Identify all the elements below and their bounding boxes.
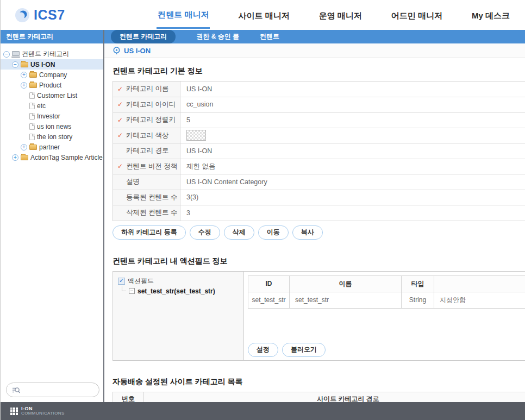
nav-admin-manager[interactable]: 어드민 매니저 (390, 2, 443, 28)
field-label: 삭제된 컨텐트 수 (126, 208, 177, 217)
folder-icon (29, 145, 37, 150)
auto-dispatch-table: 번호 사이트 카테고리 경로 (112, 392, 525, 403)
cell-type: String (402, 292, 434, 308)
required-check-icon (117, 85, 126, 93)
document-icon (29, 92, 35, 99)
field-label: 카테고리 아이디 (126, 100, 176, 109)
table-row: 카테고리 색상 (113, 128, 525, 143)
action-field-tree: 액션필드 set_test_str(set_test_str) (113, 272, 244, 360)
checked-checkbox-icon[interactable] (118, 278, 125, 285)
category-color-swatch (186, 130, 206, 141)
tab-permission-approval-rules[interactable]: 권한 & 승인 룰 (196, 32, 239, 41)
tree-item-label: us ion news (37, 123, 71, 130)
nav-operation-manager[interactable]: 운영 매니저 (318, 2, 363, 28)
action-field-root[interactable]: 액션필드 (118, 277, 243, 286)
expand-icon[interactable] (21, 72, 27, 78)
collapse-icon[interactable] (3, 51, 10, 58)
table-row: set_test_str set_test_str String 지정안함 (248, 292, 525, 308)
column-header-site-category-path: 사이트 카테고리 경로 (144, 392, 525, 402)
sidebar-title: 컨텐트 카테고리 (1, 30, 103, 43)
footer-brand: I-ON COMMUNICATIONS (21, 406, 65, 416)
tree-item-actiontag-sample-article[interactable]: ActionTag Sample Article (1, 152, 103, 162)
tree-item-the-ion-story[interactable]: the ion story (1, 131, 103, 142)
field-value: US I-ON (180, 143, 525, 159)
copy-button[interactable]: 복사 (292, 225, 323, 240)
table-row: 카테고리 경로 US I-ON (113, 143, 525, 159)
tree-item-customer-list[interactable]: Customer List (1, 90, 103, 101)
tree-elbow-connector (122, 286, 126, 291)
table-header-row: 번호 사이트 카테고리 경로 (113, 392, 525, 402)
tree-item-product[interactable]: Product (1, 80, 103, 90)
main-panel: 컨텐트 카테고리 권한 & 승인 룰 컨텐트 US I-ON 컨텐트 카테고리 … (104, 30, 525, 402)
field-label: 카테고리 이름 (126, 84, 168, 93)
tree-item-root[interactable]: 컨텐트 카테고리 (1, 49, 103, 59)
add-subcategory-button[interactable]: 하위 카테고리 등록 (112, 225, 186, 240)
column-header-name: 이름 (290, 275, 402, 292)
document-icon (29, 113, 35, 120)
column-header-type: 타입 (402, 275, 434, 292)
folder-icon (21, 62, 28, 67)
cell-extra: 지정안함 (434, 292, 525, 308)
action-field-child-label: set_test_str(set_test_str) (138, 287, 215, 295)
tree-search-box[interactable] (6, 383, 99, 397)
app-logo[interactable]: ICS7 (15, 7, 65, 23)
tree-item-label: Product (39, 82, 61, 89)
configure-button[interactable]: 설정 (248, 343, 278, 357)
field-label: 컨텐트 버전 정책 (126, 162, 177, 171)
top-header: ICS7 컨텐트 매니저 사이트 매니저 운영 매니저 어드민 매니저 My 데… (1, 0, 525, 30)
expand-icon[interactable] (12, 154, 18, 161)
table-header-row: ID 이름 타입 (248, 275, 525, 292)
tree-search-input[interactable] (24, 386, 93, 394)
move-button[interactable]: 이동 (258, 225, 289, 240)
table-row: 카테고리 이름 US I-ON (113, 82, 525, 97)
basic-info-table: 카테고리 이름 US I-ON 카테고리 아이디 cc_usion 카테고리 정… (112, 81, 525, 221)
field-label: 등록된 컨텐트 수 (126, 193, 177, 202)
footer: I-ON COMMUNICATIONS (1, 402, 525, 420)
load-button[interactable]: 불러오기 (282, 343, 326, 357)
search-filter-icon (12, 386, 21, 394)
delete-button[interactable]: 삭제 (224, 225, 254, 240)
tree-item-us-ion-news[interactable]: us ion news (1, 121, 103, 131)
location-pin-icon (112, 47, 121, 55)
required-check-icon (117, 131, 126, 139)
document-icon (29, 134, 35, 140)
required-check-icon (117, 101, 126, 108)
tree-item-etc[interactable]: etc (1, 101, 103, 111)
auto-dispatch-title: 자동배송 설정된 사이트 카테고리 목록 (112, 377, 525, 387)
tree-item-label: ActionTag Sample Article (30, 154, 103, 161)
folder-icon (29, 72, 37, 78)
basic-info-title: 컨텐트 카테고리 기본 정보 (112, 66, 525, 76)
tab-content-category[interactable]: 컨텐트 카테고리 (111, 30, 176, 43)
collapse-icon[interactable] (12, 61, 18, 68)
expand-icon[interactable] (21, 144, 27, 151)
nav-site-manager[interactable]: 사이트 매니저 (237, 2, 290, 28)
action-field-child[interactable]: set_test_str(set_test_str) (122, 286, 243, 296)
tree-item-label: the ion story (37, 133, 72, 141)
collapse-box-icon[interactable] (129, 288, 135, 294)
column-header-id: ID (248, 275, 290, 292)
document-icon (29, 103, 35, 109)
breadcrumb: US I-ON (104, 43, 525, 58)
tree-item-company[interactable]: Company (1, 70, 103, 80)
tree-item-partner[interactable]: partner (1, 142, 103, 152)
tree-item-label: US I-ON (30, 61, 55, 68)
tree-item-investor[interactable]: Investor (1, 111, 103, 121)
nav-my-desk[interactable]: My 데스크 (471, 2, 511, 28)
field-value: cc_usion (180, 97, 525, 112)
action-field-actions: 설정 불러오기 (248, 343, 326, 357)
cell-name: set_test_str (290, 292, 402, 308)
top-nav: 컨텐트 매니저 사이트 매니저 운영 매니저 어드민 매니저 My 데스크 (157, 1, 517, 29)
tree-item-label: 컨텐트 카테고리 (22, 49, 69, 59)
table-row: 컨텐트 버전 정책 제한 없음 (113, 159, 525, 174)
expand-icon[interactable] (21, 82, 27, 89)
table-row: 설명 US I-ON Content Category (113, 174, 525, 190)
field-value: US I-ON Content Category (180, 174, 525, 190)
nav-content-manager[interactable]: 컨텐트 매니저 (157, 1, 210, 29)
tree-item-us-i-on[interactable]: US I-ON (1, 59, 103, 70)
tab-content[interactable]: 컨텐트 (260, 32, 279, 41)
edit-button[interactable]: 수정 (190, 225, 220, 240)
ion-grid-logo-icon (10, 408, 18, 415)
computer-icon (12, 51, 20, 56)
table-row: 카테고리 아이디 cc_usion (113, 97, 525, 112)
table-row: 카테고리 정렬키 5 (113, 112, 525, 128)
